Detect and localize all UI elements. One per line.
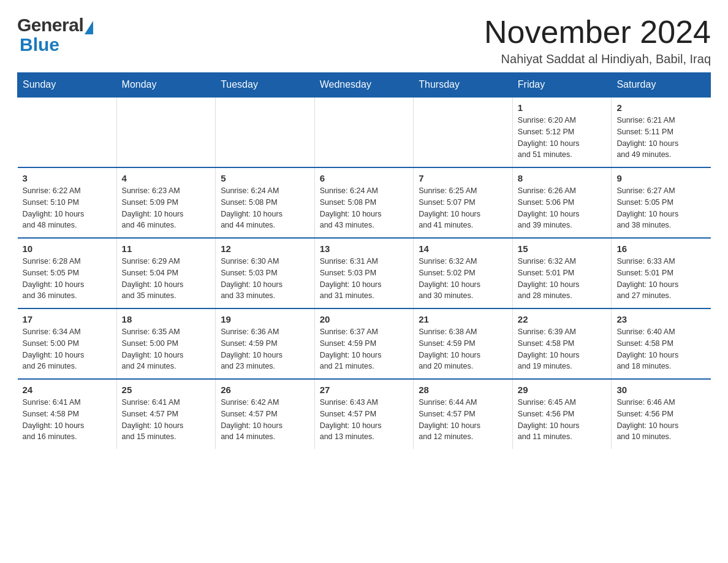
day-info: Sunrise: 6:45 AM Sunset: 4:56 PM Dayligh…	[518, 397, 607, 443]
day-number: 22	[518, 314, 607, 324]
day-info: Sunrise: 6:30 AM Sunset: 5:03 PM Dayligh…	[221, 256, 309, 302]
calendar-day-cell: 20Sunrise: 6:37 AM Sunset: 4:59 PM Dayli…	[314, 308, 414, 379]
day-info: Sunrise: 6:35 AM Sunset: 5:00 PM Dayligh…	[122, 326, 211, 372]
day-number: 14	[419, 243, 507, 254]
calendar-day-cell: 26Sunrise: 6:42 AM Sunset: 4:57 PM Dayli…	[216, 379, 315, 449]
calendar-week-row: 1Sunrise: 6:20 AM Sunset: 5:12 PM Daylig…	[18, 97, 711, 167]
calendar-day-cell: 19Sunrise: 6:36 AM Sunset: 4:59 PM Dayli…	[216, 308, 315, 379]
day-info: Sunrise: 6:32 AM Sunset: 5:01 PM Dayligh…	[518, 256, 607, 302]
logo: General Blue	[17, 15, 93, 55]
day-info: Sunrise: 6:44 AM Sunset: 4:57 PM Dayligh…	[419, 397, 507, 443]
day-info: Sunrise: 6:37 AM Sunset: 4:59 PM Dayligh…	[320, 326, 409, 372]
calendar-day-cell: 10Sunrise: 6:28 AM Sunset: 5:05 PM Dayli…	[18, 238, 117, 308]
calendar-day-cell: 8Sunrise: 6:26 AM Sunset: 5:06 PM Daylig…	[512, 167, 612, 238]
calendar-day-cell: 12Sunrise: 6:30 AM Sunset: 5:03 PM Dayli…	[216, 238, 315, 308]
calendar-day-cell: 25Sunrise: 6:41 AM Sunset: 4:57 PM Dayli…	[116, 379, 216, 449]
day-info: Sunrise: 6:25 AM Sunset: 5:07 PM Dayligh…	[419, 185, 507, 231]
day-number: 6	[320, 173, 409, 183]
weekday-header-thursday: Thursday	[414, 73, 513, 98]
day-number: 29	[518, 385, 607, 395]
calendar-day-cell: 21Sunrise: 6:38 AM Sunset: 4:59 PM Dayli…	[414, 308, 513, 379]
logo-blue: Blue	[20, 34, 59, 55]
title-area: November 2024 Nahiyat Saddat al Hindiyah…	[484, 15, 711, 66]
day-number: 8	[518, 173, 607, 183]
calendar-day-cell	[18, 97, 117, 167]
calendar-day-cell: 2Sunrise: 6:21 AM Sunset: 5:11 PM Daylig…	[612, 97, 711, 167]
day-number: 12	[221, 243, 309, 254]
day-info: Sunrise: 6:43 AM Sunset: 4:57 PM Dayligh…	[320, 397, 409, 443]
day-info: Sunrise: 6:32 AM Sunset: 5:02 PM Dayligh…	[419, 256, 507, 302]
calendar-table: SundayMondayTuesdayWednesdayThursdayFrid…	[17, 72, 711, 449]
day-number: 3	[23, 173, 112, 183]
calendar-day-cell	[216, 97, 315, 167]
calendar-day-cell	[116, 97, 216, 167]
day-info: Sunrise: 6:24 AM Sunset: 5:08 PM Dayligh…	[320, 185, 409, 231]
day-info: Sunrise: 6:31 AM Sunset: 5:03 PM Dayligh…	[320, 256, 409, 302]
calendar-day-cell: 13Sunrise: 6:31 AM Sunset: 5:03 PM Dayli…	[314, 238, 414, 308]
calendar-week-row: 17Sunrise: 6:34 AM Sunset: 5:00 PM Dayli…	[18, 308, 711, 379]
day-number: 20	[320, 314, 409, 324]
calendar-week-row: 10Sunrise: 6:28 AM Sunset: 5:05 PM Dayli…	[18, 238, 711, 308]
day-number: 26	[221, 385, 309, 395]
day-number: 19	[221, 314, 309, 324]
calendar-day-cell: 14Sunrise: 6:32 AM Sunset: 5:02 PM Dayli…	[414, 238, 513, 308]
day-number: 1	[518, 102, 607, 113]
weekday-header-wednesday: Wednesday	[314, 73, 414, 98]
day-info: Sunrise: 6:34 AM Sunset: 5:00 PM Dayligh…	[23, 326, 112, 372]
day-number: 18	[122, 314, 211, 324]
calendar-day-cell: 3Sunrise: 6:22 AM Sunset: 5:10 PM Daylig…	[18, 167, 117, 238]
location-title: Nahiyat Saddat al Hindiyah, Babil, Iraq	[484, 52, 711, 66]
day-info: Sunrise: 6:28 AM Sunset: 5:05 PM Dayligh…	[23, 256, 112, 302]
day-info: Sunrise: 6:33 AM Sunset: 5:01 PM Dayligh…	[616, 256, 705, 302]
day-number: 16	[616, 243, 705, 254]
day-info: Sunrise: 6:26 AM Sunset: 5:06 PM Dayligh…	[518, 185, 607, 231]
logo-triangle-icon	[85, 21, 93, 34]
calendar-day-cell: 1Sunrise: 6:20 AM Sunset: 5:12 PM Daylig…	[512, 97, 612, 167]
calendar-day-cell: 28Sunrise: 6:44 AM Sunset: 4:57 PM Dayli…	[414, 379, 513, 449]
day-info: Sunrise: 6:27 AM Sunset: 5:05 PM Dayligh…	[616, 185, 705, 231]
day-number: 9	[616, 173, 705, 183]
day-info: Sunrise: 6:41 AM Sunset: 4:57 PM Dayligh…	[122, 397, 211, 443]
calendar-day-cell: 5Sunrise: 6:24 AM Sunset: 5:08 PM Daylig…	[216, 167, 315, 238]
calendar-day-cell: 23Sunrise: 6:40 AM Sunset: 4:58 PM Dayli…	[612, 308, 711, 379]
day-number: 28	[419, 385, 507, 395]
day-number: 25	[122, 385, 211, 395]
calendar-day-cell: 17Sunrise: 6:34 AM Sunset: 5:00 PM Dayli…	[18, 308, 117, 379]
day-info: Sunrise: 6:23 AM Sunset: 5:09 PM Dayligh…	[122, 185, 211, 231]
day-number: 5	[221, 173, 309, 183]
day-info: Sunrise: 6:40 AM Sunset: 4:58 PM Dayligh…	[616, 326, 705, 372]
weekday-header-saturday: Saturday	[612, 73, 711, 98]
calendar-week-row: 24Sunrise: 6:41 AM Sunset: 4:58 PM Dayli…	[18, 379, 711, 449]
day-number: 24	[23, 385, 112, 395]
logo-general: General	[17, 15, 83, 36]
day-number: 7	[419, 173, 507, 183]
calendar-day-cell: 30Sunrise: 6:46 AM Sunset: 4:56 PM Dayli…	[612, 379, 711, 449]
calendar-day-cell: 4Sunrise: 6:23 AM Sunset: 5:09 PM Daylig…	[116, 167, 216, 238]
day-number: 15	[518, 243, 607, 254]
weekday-header-sunday: Sunday	[18, 73, 117, 98]
calendar-day-cell: 7Sunrise: 6:25 AM Sunset: 5:07 PM Daylig…	[414, 167, 513, 238]
calendar-day-cell: 15Sunrise: 6:32 AM Sunset: 5:01 PM Dayli…	[512, 238, 612, 308]
day-info: Sunrise: 6:22 AM Sunset: 5:10 PM Dayligh…	[23, 185, 112, 231]
day-number: 17	[23, 314, 112, 324]
calendar-week-row: 3Sunrise: 6:22 AM Sunset: 5:10 PM Daylig…	[18, 167, 711, 238]
day-number: 11	[122, 243, 211, 254]
calendar-day-cell	[314, 97, 414, 167]
day-number: 23	[616, 314, 705, 324]
day-number: 27	[320, 385, 409, 395]
calendar-day-cell: 6Sunrise: 6:24 AM Sunset: 5:08 PM Daylig…	[314, 167, 414, 238]
day-number: 13	[320, 243, 409, 254]
calendar-day-cell: 18Sunrise: 6:35 AM Sunset: 5:00 PM Dayli…	[116, 308, 216, 379]
weekday-header-monday: Monday	[116, 73, 216, 98]
calendar-day-cell: 27Sunrise: 6:43 AM Sunset: 4:57 PM Dayli…	[314, 379, 414, 449]
day-info: Sunrise: 6:36 AM Sunset: 4:59 PM Dayligh…	[221, 326, 309, 372]
calendar-day-cell: 11Sunrise: 6:29 AM Sunset: 5:04 PM Dayli…	[116, 238, 216, 308]
month-title: November 2024	[484, 15, 711, 50]
day-info: Sunrise: 6:20 AM Sunset: 5:12 PM Dayligh…	[518, 115, 607, 161]
day-info: Sunrise: 6:24 AM Sunset: 5:08 PM Dayligh…	[221, 185, 309, 231]
day-number: 21	[419, 314, 507, 324]
calendar-day-cell: 22Sunrise: 6:39 AM Sunset: 4:58 PM Dayli…	[512, 308, 612, 379]
day-number: 2	[616, 102, 705, 113]
page-header: General Blue November 2024 Nahiyat Sadda…	[17, 15, 711, 66]
day-info: Sunrise: 6:38 AM Sunset: 4:59 PM Dayligh…	[419, 326, 507, 372]
